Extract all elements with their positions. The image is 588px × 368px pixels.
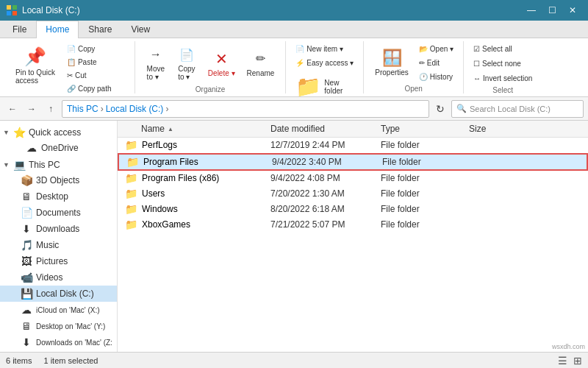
file-row[interactable]: 📁 Users 7/20/2022 1:30 AM File folder xyxy=(118,186,588,202)
easy-access-button[interactable]: ⚡ Easy access ▾ xyxy=(292,57,357,69)
breadcrumb-item[interactable]: This PC xyxy=(67,104,98,114)
select-none-button[interactable]: ☐ Select none xyxy=(470,57,525,70)
sidebar-item-desktop[interactable]: 🖥 Desktop xyxy=(0,188,117,205)
close-button[interactable]: ✕ xyxy=(563,3,582,18)
3d-objects-icon: 📦 xyxy=(21,174,32,186)
cut-button[interactable]: ✂ Cut xyxy=(63,69,129,82)
copy-path-button[interactable]: 🔗 Copy path xyxy=(63,82,129,95)
properties-icon: 🪟 xyxy=(383,49,401,67)
file-modified: 9/4/2022 4:08 PM xyxy=(265,173,375,183)
minimize-button[interactable]: — xyxy=(522,3,541,18)
file-type: File folder xyxy=(375,204,463,214)
address-bar: ← → ↑ This PC › Local Disk (C:) › ↻ 🔍 Se… xyxy=(0,97,588,121)
column-modified[interactable]: Date modified xyxy=(265,124,375,134)
breadcrumb-item[interactable]: Local Disk (C:) xyxy=(106,104,164,114)
folder-icon: 📁 xyxy=(123,188,138,199)
up-button[interactable]: ↑ xyxy=(43,101,59,117)
maximize-button[interactable]: ☐ xyxy=(542,3,562,18)
sidebar-item-mac-desktop[interactable]: 🖥 Desktop on 'Mac' (Y:) xyxy=(0,318,117,334)
new-item-button[interactable]: 📄 New item ▾ xyxy=(292,43,346,55)
file-modified: 8/20/2022 6:18 AM xyxy=(265,204,375,214)
sidebar-item-pictures[interactable]: 🖼 Pictures xyxy=(0,253,117,269)
invert-selection-button[interactable]: ↔ Invert selection xyxy=(470,72,536,85)
tab-home[interactable]: Home xyxy=(36,21,79,38)
onedrive-label: OneDrive xyxy=(41,143,79,153)
file-modified: 7/20/2022 1:30 AM xyxy=(265,188,375,199)
search-placeholder: Search Local Disk (C:) xyxy=(470,105,551,113)
sidebar-item-mac-downloads[interactable]: ⬇ Downloads on 'Mac' (Z: xyxy=(0,334,117,350)
copy-icon: 📄 xyxy=(67,45,76,53)
file-name-text: Program Files (x86) xyxy=(142,173,219,183)
sidebar-item-local-disk[interactable]: 💾 Local Disk (C:) xyxy=(0,286,117,302)
refresh-button[interactable]: ↻ xyxy=(432,101,448,117)
icloud-label: iCloud on 'Mac' (X:) xyxy=(36,306,100,314)
sidebar-item-quick-access[interactable]: ▼ ⭐ Quick access xyxy=(0,124,117,140)
copy-to-icon: 📄 xyxy=(178,46,196,63)
file-name-text: Users xyxy=(142,188,165,199)
file-name-text: PerfLogs xyxy=(142,140,177,150)
file-row[interactable]: 📁 Windows 8/20/2022 6:18 AM File folder xyxy=(118,202,588,217)
tab-file[interactable]: File xyxy=(3,21,36,38)
folder-icon: 📁 xyxy=(123,172,138,184)
file-type: File folder xyxy=(375,173,463,183)
icons-view-button[interactable]: ⊞ xyxy=(573,355,582,367)
quick-access-label: Quick access xyxy=(29,127,81,138)
ribbon: 📌 Pin to Quickaccess 📄 Copy 📋 Paste ✂ Cu… xyxy=(0,38,588,97)
new-folder-icon: 📁 xyxy=(295,74,321,99)
breadcrumb[interactable]: This PC › Local Disk (C:) › xyxy=(62,100,429,118)
copy-to-button[interactable]: 📄 Copyto ▾ xyxy=(172,43,201,84)
column-name[interactable]: Name ▲ xyxy=(118,124,265,134)
details-view-button[interactable]: ☰ xyxy=(558,355,567,367)
tab-share[interactable]: Share xyxy=(79,21,121,38)
file-row[interactable]: 📁 XboxGames 7/21/2022 5:07 PM File folde… xyxy=(118,217,588,233)
column-type[interactable]: Type xyxy=(375,124,463,134)
properties-button[interactable]: 🪟 Properties xyxy=(370,46,414,79)
downloads-label: Downloads xyxy=(36,224,79,234)
pin-icon: 📌 xyxy=(24,46,46,67)
watermark: wsxdh.com xyxy=(552,343,585,350)
svg-rect-2 xyxy=(7,11,11,15)
forward-button[interactable]: → xyxy=(24,101,40,117)
paste-button[interactable]: 📋 Paste xyxy=(63,56,129,68)
file-row[interactable]: 📁 Program Files 9/4/2022 3:40 PM File fo… xyxy=(118,153,588,171)
select-all-button[interactable]: ☑ Select all xyxy=(470,43,516,55)
sidebar-item-documents[interactable]: 📄 Documents xyxy=(0,205,117,221)
sidebar-item-onedrive[interactable]: ☁ OneDrive xyxy=(0,140,117,156)
mac-desktop-icon: 🖥 xyxy=(21,320,32,332)
copy-button[interactable]: 📄 Copy xyxy=(63,43,129,55)
new-item-icon: 📄 xyxy=(295,45,304,53)
folder-icon: 📁 xyxy=(123,219,138,230)
main-content: ▼ ⭐ Quick access ☁ OneDrive ▼ 💻 This PC … xyxy=(0,121,588,352)
pin-to-quick-access-button[interactable]: 📌 Pin to Quickaccess xyxy=(9,43,62,88)
edit-button[interactable]: ✏ Edit xyxy=(415,57,457,69)
history-icon: 🕐 xyxy=(419,73,428,81)
svg-rect-3 xyxy=(12,11,17,15)
open-button[interactable]: 📂 Open ▾ xyxy=(415,43,457,55)
search-bar[interactable]: 🔍 Search Local Disk (C:) xyxy=(451,100,584,118)
sidebar-item-videos[interactable]: 📹 Videos xyxy=(0,269,117,286)
file-list-header: Name ▲ Date modified Type Size xyxy=(118,121,588,138)
window-title: Local Disk (C:) xyxy=(22,5,80,15)
rename-button[interactable]: ✏ Rename xyxy=(242,47,280,80)
history-button[interactable]: 🕐 History xyxy=(415,71,457,83)
file-row[interactable]: 📁 Program Files (x86) 9/4/2022 4:08 PM F… xyxy=(118,171,588,186)
sidebar-item-downloads[interactable]: ⬇ Downloads xyxy=(0,221,117,237)
tab-view[interactable]: View xyxy=(121,21,159,38)
delete-icon: ✕ xyxy=(212,50,230,68)
sidebar-item-this-pc[interactable]: ▼ 💻 This PC xyxy=(0,156,117,172)
back-button[interactable]: ← xyxy=(4,101,21,117)
column-size[interactable]: Size xyxy=(463,124,522,134)
local-disk-icon: 💾 xyxy=(21,288,32,300)
rename-icon: ✏ xyxy=(251,50,269,68)
status-bar: 6 items 1 item selected ☰ ⊞ xyxy=(0,352,588,368)
sidebar-item-icloud[interactable]: ☁ iCloud on 'Mac' (X:) xyxy=(0,302,117,318)
select-none-icon: ☐ xyxy=(473,60,480,68)
sidebar-item-3d-objects[interactable]: 📦 3D Objects xyxy=(0,172,117,188)
videos-label: Videos xyxy=(36,272,62,283)
delete-button[interactable]: ✕ Delete ▾ xyxy=(203,47,240,80)
file-row[interactable]: 📁 PerfLogs 12/7/2019 2:44 PM File folder xyxy=(118,138,588,153)
downloads-icon: ⬇ xyxy=(21,223,32,235)
sidebar-item-music[interactable]: 🎵 Music xyxy=(0,237,117,253)
ribbon-tabs: File Home Share View xyxy=(0,21,588,38)
move-to-button[interactable]: → Moveto ▾ xyxy=(141,43,171,84)
